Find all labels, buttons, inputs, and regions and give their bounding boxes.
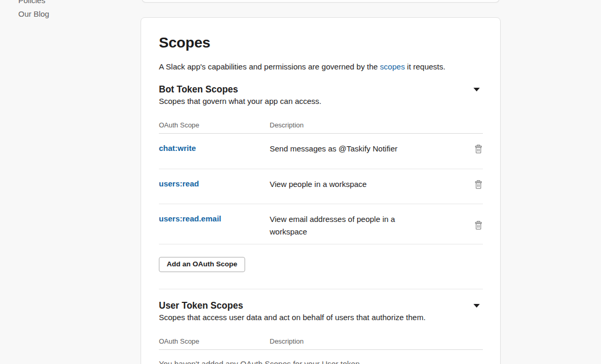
scopes-doc-link[interactable]: scopes	[380, 62, 405, 71]
user-token-scopes-header: User Token Scopes	[159, 300, 483, 311]
table-row: chat:write Send messages as @Taskify Not…	[159, 134, 483, 169]
delete-scope-button[interactable]	[474, 144, 483, 156]
scopes-intro-text: A Slack app's capabilities and permissio…	[159, 62, 483, 72]
sidebar-item-our-blog[interactable]: Our Blog	[18, 7, 49, 21]
trash-icon	[474, 220, 483, 230]
user-token-scopes-subtitle: Scopes that access user data and act on …	[159, 312, 483, 323]
column-header-oauth-scope: OAuth Scope	[159, 121, 270, 130]
intro-text-before: A Slack app's capabilities and permissio…	[159, 62, 380, 71]
chevron-down-icon[interactable]	[473, 88, 480, 91]
table-row: users:read View people in a workspace	[159, 169, 483, 204]
user-token-scopes-title: User Token Scopes	[159, 300, 243, 311]
column-header-description: Description	[270, 337, 412, 346]
section-divider	[159, 289, 483, 289]
scope-link-chat-write[interactable]: chat:write	[159, 143, 270, 154]
scope-link-users-read[interactable]: users:read	[159, 178, 270, 190]
scopes-card: Scopes A Slack app's capabilities and pe…	[141, 17, 501, 364]
column-header-description: Description	[270, 121, 412, 130]
scope-description: Send messages as @Taskify Notifier	[270, 143, 412, 155]
delete-scope-button[interactable]	[474, 180, 483, 191]
bot-token-scopes-header: Bot Token Scopes	[159, 84, 483, 95]
trash-icon	[474, 180, 483, 190]
bot-scopes-table-header: OAuth Scope Description	[159, 121, 483, 134]
scope-description: View email addresses of people in a work…	[270, 213, 412, 238]
previous-card-edge	[142, 0, 500, 3]
trash-icon	[474, 144, 483, 154]
bot-token-scopes-subtitle: Scopes that govern what your app can acc…	[159, 96, 483, 107]
intro-text-after: it requests.	[405, 62, 446, 71]
sidebar-item-policies[interactable]: Policies	[18, 0, 49, 7]
user-scopes-empty-message: You haven't added any OAuth Scopes for y…	[159, 359, 483, 364]
page-title: Scopes	[159, 33, 483, 52]
add-oauth-scope-button[interactable]: Add an OAuth Scope	[159, 257, 245, 272]
sidebar-nav: Policies Our Blog	[18, 0, 49, 21]
chevron-down-icon[interactable]	[473, 304, 480, 308]
column-header-oauth-scope: OAuth Scope	[159, 337, 270, 346]
table-row: users:read.email View email addresses of…	[159, 204, 483, 244]
delete-scope-button[interactable]	[474, 220, 483, 232]
user-scopes-table-header: OAuth Scope Description	[159, 337, 483, 350]
scope-description: View people in a workspace	[270, 178, 412, 191]
bot-token-scopes-title: Bot Token Scopes	[159, 84, 238, 95]
scope-link-users-read-email[interactable]: users:read.email	[159, 213, 270, 225]
